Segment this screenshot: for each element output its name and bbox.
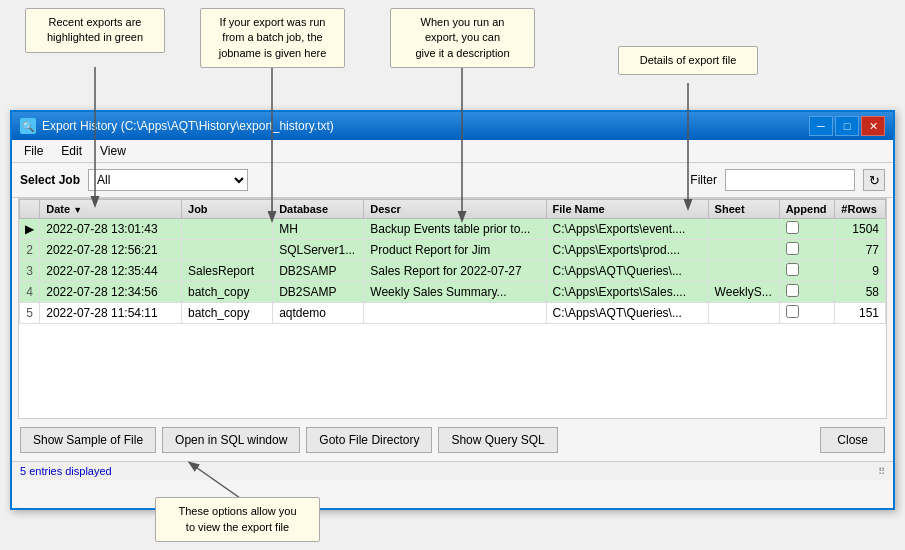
col-descr[interactable]: Descr bbox=[364, 200, 546, 219]
col-job[interactable]: Job bbox=[182, 200, 273, 219]
menu-file[interactable]: File bbox=[16, 142, 51, 160]
row-4-num: 4 bbox=[20, 282, 40, 303]
select-job-label: Select Job bbox=[20, 173, 80, 187]
col-date[interactable]: Date ▼ bbox=[40, 200, 182, 219]
show-query-button[interactable]: Show Query SQL bbox=[438, 427, 557, 453]
table-row[interactable]: ▶ 2022-07-28 13:01:43 MH Backup Events t… bbox=[20, 219, 886, 240]
row-3-filename: C:\Apps\AQT\Queries\... bbox=[546, 261, 708, 282]
col-append[interactable]: Append bbox=[779, 200, 835, 219]
filter-input[interactable] bbox=[725, 169, 855, 191]
resize-icon: ⠿ bbox=[878, 466, 885, 477]
select-job-dropdown[interactable]: All SalesReport batch_copy bbox=[88, 169, 248, 191]
row-1-rows: 1504 bbox=[835, 219, 886, 240]
tooltip-view-export-text: These options allow youto view the expor… bbox=[178, 505, 296, 532]
row-2-append bbox=[779, 240, 835, 261]
tooltip-details-text: Details of export file bbox=[640, 54, 737, 66]
row-2-sheet bbox=[708, 240, 779, 261]
row-3-database: DB2SAMP bbox=[273, 261, 364, 282]
row-5-sheet bbox=[708, 303, 779, 324]
menu-bar: File Edit View bbox=[12, 140, 893, 163]
export-history-window: 🔍 Export History (C:\Apps\AQT\History\ex… bbox=[10, 110, 895, 510]
row-1-append-check[interactable] bbox=[786, 221, 799, 234]
row-3-sheet bbox=[708, 261, 779, 282]
tooltip-description: When you run anexport, you cangive it a … bbox=[390, 8, 535, 68]
row-2-num: 2 bbox=[20, 240, 40, 261]
row-4-append-check[interactable] bbox=[786, 284, 799, 297]
table-header-row: Date ▼ Job Database Descr File Name Shee… bbox=[20, 200, 886, 219]
row-1-append bbox=[779, 219, 835, 240]
export-table: Date ▼ Job Database Descr File Name Shee… bbox=[19, 199, 886, 324]
row-2-append-check[interactable] bbox=[786, 242, 799, 255]
tooltip-details: Details of export file bbox=[618, 46, 758, 75]
status-text: 5 entries displayed bbox=[20, 465, 112, 477]
tooltip-description-text: When you run anexport, you cangive it a … bbox=[415, 16, 509, 59]
menu-view[interactable]: View bbox=[92, 142, 134, 160]
col-arrow bbox=[20, 200, 40, 219]
row-1-sheet bbox=[708, 219, 779, 240]
minimize-button[interactable]: ─ bbox=[809, 116, 833, 136]
row-3-date: 2022-07-28 12:35:44 bbox=[40, 261, 182, 282]
col-rows[interactable]: #Rows bbox=[835, 200, 886, 219]
show-sample-button[interactable]: Show Sample of File bbox=[20, 427, 156, 453]
row-4-filename: C:\Apps\Exports\Sales.... bbox=[546, 282, 708, 303]
table-row[interactable]: 2 2022-07-28 12:56:21 SQLServer1... Prod… bbox=[20, 240, 886, 261]
row-5-filename: C:\Apps\AQT\Queries\... bbox=[546, 303, 708, 324]
title-controls: ─ □ ✕ bbox=[809, 116, 885, 136]
filter-label: Filter bbox=[690, 173, 717, 187]
table-row[interactable]: 4 2022-07-28 12:34:56 batch_copy DB2SAMP… bbox=[20, 282, 886, 303]
row-3-rows: 9 bbox=[835, 261, 886, 282]
close-button[interactable]: Close bbox=[820, 427, 885, 453]
row-1-filename: C:\Apps\Exports\event.... bbox=[546, 219, 708, 240]
col-database[interactable]: Database bbox=[273, 200, 364, 219]
row-5-database: aqtdemo bbox=[273, 303, 364, 324]
row-1-descr: Backup Events table prior to... bbox=[364, 219, 546, 240]
tooltip-recent-exports: Recent exports arehighlighted in green bbox=[25, 8, 165, 53]
menu-edit[interactable]: Edit bbox=[53, 142, 90, 160]
toolbar: Select Job All SalesReport batch_copy Fi… bbox=[12, 163, 893, 198]
window-title: Export History (C:\Apps\AQT\History\expo… bbox=[42, 119, 334, 133]
row-5-append bbox=[779, 303, 835, 324]
row-2-filename: C:\Apps\Exports\prod.... bbox=[546, 240, 708, 261]
row-4-date: 2022-07-28 12:34:56 bbox=[40, 282, 182, 303]
row-5-num: 5 bbox=[20, 303, 40, 324]
row-3-descr: Sales Report for 2022-07-27 bbox=[364, 261, 546, 282]
table-row[interactable]: 3 2022-07-28 12:35:44 SalesReport DB2SAM… bbox=[20, 261, 886, 282]
maximize-button[interactable]: □ bbox=[835, 116, 859, 136]
action-buttons-row: Show Sample of File Open in SQL window G… bbox=[12, 419, 893, 461]
tooltip-batch-job: If your export was runfrom a batch job, … bbox=[200, 8, 345, 68]
row-4-descr: Weekly Sales Summary... bbox=[364, 282, 546, 303]
title-bar: 🔍 Export History (C:\Apps\AQT\History\ex… bbox=[12, 112, 893, 140]
row-2-database: SQLServer1... bbox=[273, 240, 364, 261]
row-4-sheet: WeeklyS... bbox=[708, 282, 779, 303]
table-row[interactable]: 5 2022-07-28 11:54:11 batch_copy aqtdemo… bbox=[20, 303, 886, 324]
col-sheet[interactable]: Sheet bbox=[708, 200, 779, 219]
row-2-rows: 77 bbox=[835, 240, 886, 261]
row-2-date: 2022-07-28 12:56:21 bbox=[40, 240, 182, 261]
row-1-database: MH bbox=[273, 219, 364, 240]
refresh-button[interactable]: ↻ bbox=[863, 169, 885, 191]
open-sql-button[interactable]: Open in SQL window bbox=[162, 427, 300, 453]
row-arrow-1: ▶ bbox=[20, 219, 40, 240]
row-5-descr bbox=[364, 303, 546, 324]
export-table-container[interactable]: Date ▼ Job Database Descr File Name Shee… bbox=[18, 198, 887, 419]
row-4-database: DB2SAMP bbox=[273, 282, 364, 303]
row-3-append-check[interactable] bbox=[786, 263, 799, 276]
tooltip-view-export: These options allow youto view the expor… bbox=[155, 497, 320, 542]
tooltip-batch-job-text: If your export was runfrom a batch job, … bbox=[219, 16, 327, 59]
window-icon: 🔍 bbox=[20, 118, 36, 134]
row-5-job: batch_copy bbox=[182, 303, 273, 324]
tooltip-recent-exports-text: Recent exports arehighlighted in green bbox=[47, 16, 143, 43]
col-filename[interactable]: File Name bbox=[546, 200, 708, 219]
window-close-button[interactable]: ✕ bbox=[861, 116, 885, 136]
row-1-job bbox=[182, 219, 273, 240]
row-2-descr: Product Report for Jim bbox=[364, 240, 546, 261]
row-3-job: SalesReport bbox=[182, 261, 273, 282]
row-1-date: 2022-07-28 13:01:43 bbox=[40, 219, 182, 240]
row-4-job: batch_copy bbox=[182, 282, 273, 303]
row-5-date: 2022-07-28 11:54:11 bbox=[40, 303, 182, 324]
row-5-append-check[interactable] bbox=[786, 305, 799, 318]
row-4-rows: 58 bbox=[835, 282, 886, 303]
status-bar: 5 entries displayed ⠿ bbox=[12, 461, 893, 480]
goto-dir-button[interactable]: Goto File Directory bbox=[306, 427, 432, 453]
row-3-append bbox=[779, 261, 835, 282]
